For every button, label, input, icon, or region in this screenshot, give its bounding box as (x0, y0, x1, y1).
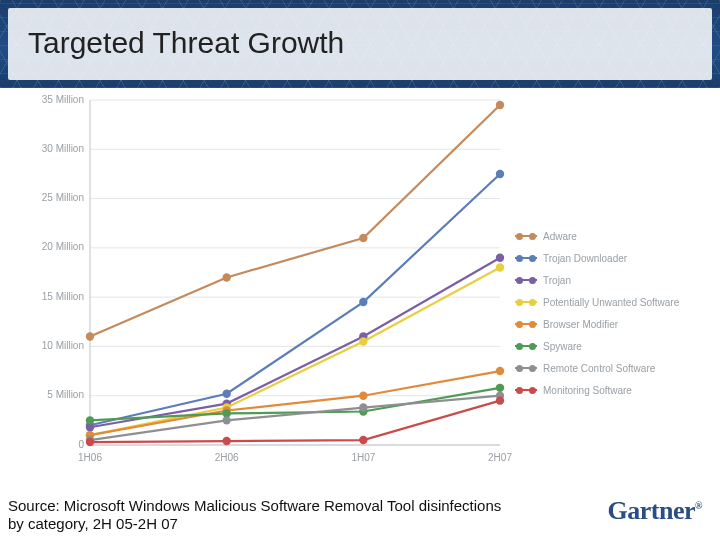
y-tick-label: 15 Million (42, 291, 84, 302)
series-marker (359, 337, 367, 345)
series-line (90, 401, 500, 442)
gartner-mark-suffix: ® (695, 500, 702, 511)
series-marker (359, 403, 367, 411)
series-marker (359, 392, 367, 400)
legend-swatch (515, 252, 537, 264)
legend-swatch (515, 296, 537, 308)
y-tick-label: 25 Million (42, 192, 84, 203)
series-marker (222, 416, 230, 424)
y-tick-label: 0 (78, 439, 84, 450)
gartner-logo: Gartner® (608, 496, 702, 526)
series-marker (86, 332, 94, 340)
series-marker (222, 390, 230, 398)
series-marker (222, 273, 230, 281)
legend-item: Remote Control Software (515, 357, 690, 379)
legend-label: Trojan (543, 275, 571, 286)
legend-label: Potentially Unwanted Software (543, 297, 679, 308)
y-tick-label: 30 Million (42, 143, 84, 154)
series-marker (86, 438, 94, 446)
legend-swatch (515, 362, 537, 374)
header-band: Targeted Threat Growth (0, 0, 720, 88)
legend-item: Adware (515, 225, 690, 247)
legend-item: Spyware (515, 335, 690, 357)
series-marker (496, 101, 504, 109)
legend-swatch (515, 384, 537, 396)
series-marker (496, 384, 504, 392)
y-tick-label: 20 Million (42, 241, 84, 252)
legend-swatch (515, 340, 537, 352)
series-marker (496, 367, 504, 375)
chart: 05 Million10 Million15 Million20 Million… (30, 95, 690, 475)
source-line: Source: Microsoft Windows Malicious Soft… (8, 497, 508, 535)
title-box: Targeted Threat Growth (8, 8, 712, 80)
legend-item: Trojan (515, 269, 690, 291)
series-marker (86, 416, 94, 424)
series-marker (496, 170, 504, 178)
y-tick-label: 35 Million (42, 95, 84, 105)
y-tick-label: 5 Million (47, 389, 84, 400)
slide: Targeted Threat Growth 05 Million10 Mill… (0, 0, 720, 540)
legend-item: Browser Modifier (515, 313, 690, 335)
legend-item: Trojan Downloader (515, 247, 690, 269)
series-line (90, 371, 500, 435)
legend-label: Browser Modifier (543, 319, 618, 330)
y-tick-label: 10 Million (42, 340, 84, 351)
legend: AdwareTrojan DownloaderTrojanPotentially… (515, 225, 690, 401)
legend-label: Monitoring Software (543, 385, 632, 396)
legend-item: Potentially Unwanted Software (515, 291, 690, 313)
series-marker (359, 436, 367, 444)
legend-label: Trojan Downloader (543, 253, 627, 264)
legend-swatch (515, 274, 537, 286)
slide-title: Targeted Threat Growth (28, 26, 344, 60)
series-marker (496, 396, 504, 404)
legend-label: Remote Control Software (543, 363, 655, 374)
gartner-wordmark: Gartner (608, 496, 695, 525)
series-marker (496, 254, 504, 262)
legend-swatch (515, 230, 537, 242)
legend-label: Adware (543, 231, 577, 242)
x-tick-label: 2H07 (488, 452, 512, 463)
legend-label: Spyware (543, 341, 582, 352)
legend-swatch (515, 318, 537, 330)
x-tick-label: 2H06 (215, 452, 239, 463)
x-tick-label: 1H06 (78, 452, 102, 463)
x-tick-label: 1H07 (351, 452, 375, 463)
series-marker (222, 437, 230, 445)
series-marker (496, 263, 504, 271)
series-marker (359, 298, 367, 306)
legend-item: Monitoring Software (515, 379, 690, 401)
series-marker (359, 234, 367, 242)
